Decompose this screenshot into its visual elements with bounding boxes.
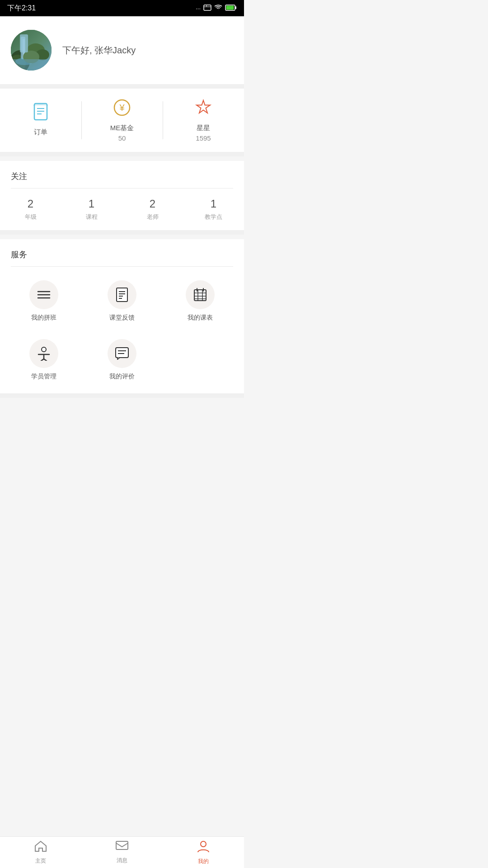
follow-grade[interactable]: 2 年级 [0, 198, 61, 221]
svg-point-15 [23, 51, 39, 63]
service-feedback[interactable]: 课堂反馈 [83, 276, 161, 330]
student-mgmt-icon-wrap [29, 339, 58, 368]
svg-rect-43 [116, 348, 128, 358]
service-feedback-label: 课堂反馈 [109, 314, 135, 322]
stars-value: 1595 [196, 134, 211, 142]
follow-grade-count: 2 [28, 198, 33, 210]
follow-teacher-count: 2 [150, 198, 155, 210]
service-grid: 我的拼班 课堂反馈 [0, 267, 244, 393]
signal-icon: ··· [196, 5, 201, 12]
sim-icon [203, 5, 211, 12]
service-review-label: 我的评价 [109, 373, 135, 381]
pinban-icon [37, 289, 51, 300]
svg-text:¥: ¥ [119, 103, 125, 113]
svg-rect-4 [235, 6, 237, 9]
svg-rect-5 [226, 5, 234, 9]
feedback-icon-wrap [108, 280, 136, 309]
follow-course-count: 1 [89, 198, 94, 210]
stat-stars[interactable]: 星星 1595 [163, 89, 244, 152]
follow-section: 关注 2 年级 1 课程 2 老师 1 教学点 [0, 161, 244, 230]
follow-course[interactable]: 1 课程 [61, 198, 122, 221]
divider-1 [0, 84, 244, 89]
orders-label: 订单 [34, 128, 47, 137]
service-student-mgmt-label: 学员管理 [31, 373, 56, 381]
me-fund-icon: ¥ [113, 99, 131, 120]
greeting-text: 下午好, 张华Jacky [62, 44, 136, 57]
svg-rect-0 [204, 5, 211, 10]
timetable-icon-wrap [186, 280, 215, 309]
follow-grid: 2 年级 1 课程 2 老师 1 教学点 [0, 189, 244, 230]
orders-icon [33, 103, 49, 124]
stars-icon [194, 99, 212, 120]
svg-rect-25 [117, 288, 127, 302]
divider-2 [0, 152, 244, 156]
services-title: 服务 [0, 239, 244, 266]
stars-label: 星星 [197, 124, 210, 132]
feedback-icon [116, 288, 128, 302]
timetable-icon [193, 288, 207, 302]
follow-course-label: 课程 [86, 213, 98, 221]
review-icon [115, 347, 129, 360]
student-mgmt-icon [38, 346, 50, 361]
svg-line-42 [44, 359, 47, 361]
wifi-icon [214, 5, 222, 12]
battery-icon [225, 5, 237, 12]
status-time: 下午2:31 [7, 4, 36, 13]
stats-section: 订单 ¥ ME基金 50 星星 1595 [0, 89, 244, 152]
svg-point-38 [42, 347, 46, 352]
follow-teacher[interactable]: 2 老师 [122, 198, 183, 221]
me-fund-value: 50 [118, 134, 126, 142]
follow-campus[interactable]: 1 教学点 [183, 198, 244, 221]
stat-orders[interactable]: 订单 [0, 89, 81, 152]
follow-teacher-label: 老师 [147, 213, 159, 221]
service-pinban-label: 我的拼班 [31, 314, 56, 322]
follow-campus-label: 教学点 [205, 213, 222, 221]
follow-campus-count: 1 [211, 198, 216, 210]
svg-point-12 [15, 58, 33, 65]
profile-section: 下午好, 张华Jacky [0, 16, 244, 84]
service-student-mgmt[interactable]: 学员管理 [5, 335, 83, 389]
stat-me-fund[interactable]: ¥ ME基金 50 [81, 89, 163, 152]
divider-4 [0, 393, 244, 398]
follow-grade-label: 年级 [25, 213, 37, 221]
service-review[interactable]: 我的评价 [83, 335, 161, 389]
service-timetable[interactable]: 我的课表 [161, 276, 239, 330]
divider-3 [0, 230, 244, 235]
me-fund-label: ME基金 [110, 124, 134, 132]
review-icon-wrap [108, 339, 136, 368]
status-icons: ··· [196, 5, 237, 12]
services-section: 服务 我的拼班 [0, 239, 244, 393]
avatar-image [11, 30, 52, 71]
avatar[interactable] [11, 30, 52, 71]
pinban-icon-wrap [29, 280, 58, 309]
follow-title: 关注 [0, 161, 244, 188]
service-timetable-label: 我的课表 [188, 314, 213, 322]
status-bar: 下午2:31 ··· [0, 0, 244, 16]
service-pinban[interactable]: 我的拼班 [5, 276, 83, 330]
